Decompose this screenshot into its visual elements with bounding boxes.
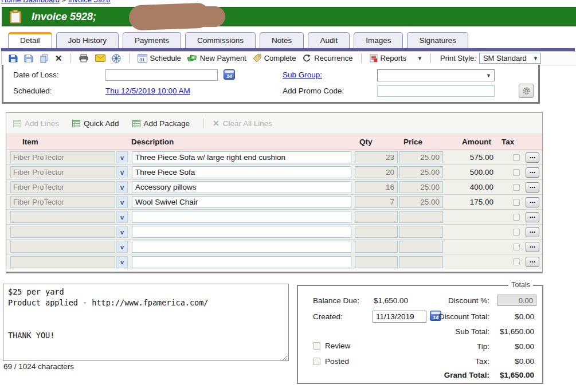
amount-value: 575.00 — [443, 153, 495, 162]
sub-group-select[interactable]: ▼ — [377, 69, 495, 81]
tax-checkbox[interactable] — [513, 244, 520, 250]
line-options-button[interactable]: ... — [526, 197, 539, 207]
tax-checkbox[interactable] — [513, 214, 520, 221]
item-select[interactable] — [10, 166, 115, 178]
price-input[interactable] — [399, 151, 443, 163]
price-input[interactable] — [399, 181, 443, 193]
review-checkbox[interactable] — [313, 342, 320, 350]
item-select[interactable] — [10, 196, 115, 208]
tax-checkbox[interactable] — [513, 169, 520, 176]
calendar-picker-icon[interactable]: 14 — [224, 69, 235, 80]
tab-notes[interactable]: Notes — [260, 32, 304, 48]
description-input[interactable] — [132, 181, 351, 193]
breadcrumb-current-link[interactable]: Invoice 5928 — [68, 0, 111, 4]
item-select[interactable] — [10, 151, 115, 163]
tab-audit[interactable]: Audit — [308, 32, 350, 48]
add-lines-button[interactable]: Add Lines — [13, 119, 59, 128]
discount-pct-label: Discount %: — [448, 296, 489, 305]
item-select[interactable] — [10, 211, 115, 223]
qty-input[interactable] — [355, 151, 398, 163]
description-input[interactable] — [132, 241, 351, 253]
breadcrumb-home-link[interactable]: Home Dashboard — [1, 0, 60, 4]
delete-button[interactable]: ✕ — [55, 54, 62, 62]
clear-all-lines-button[interactable]: ✕ Clear All Lines — [213, 119, 272, 128]
map-target-button[interactable] — [112, 54, 121, 63]
promo-code-input[interactable] — [377, 85, 495, 97]
created-label: Created: — [313, 312, 343, 321]
price-input[interactable] — [399, 256, 443, 268]
description-input[interactable] — [132, 226, 351, 238]
quick-add-button[interactable]: Quick Add — [72, 119, 119, 128]
price-input[interactable] — [399, 226, 443, 238]
tax-checkbox[interactable] — [513, 184, 520, 191]
price-input[interactable] — [399, 241, 443, 253]
recurrence-button[interactable]: Recurrence — [302, 54, 352, 62]
sub-group-link[interactable]: Sub Group: — [283, 70, 322, 79]
price-input[interactable] — [399, 211, 443, 223]
tab-job-history[interactable]: Job History — [56, 32, 119, 48]
chevron-down-icon[interactable]: v — [116, 166, 128, 178]
gear-button[interactable] — [519, 84, 534, 98]
line-options-button[interactable]: ... — [526, 227, 539, 237]
tab-signatures[interactable]: Signatures — [407, 32, 468, 48]
qty-input[interactable] — [355, 166, 398, 178]
scheduled-link[interactable]: Thu 12/5/2019 10:00 AM — [105, 87, 190, 95]
email-button[interactable] — [95, 54, 105, 62]
description-input[interactable] — [132, 166, 351, 178]
qty-input[interactable] — [355, 226, 398, 238]
tax-checkbox[interactable] — [513, 154, 520, 161]
qty-input[interactable] — [355, 256, 398, 268]
tab-images[interactable]: Images — [354, 32, 403, 48]
price-input[interactable] — [399, 196, 443, 208]
chevron-down-icon[interactable]: v — [116, 256, 128, 268]
qty-input[interactable] — [355, 241, 398, 253]
posted-checkbox[interactable] — [313, 358, 320, 365]
save-button[interactable] — [9, 54, 18, 63]
description-input[interactable] — [132, 196, 351, 208]
print-button[interactable] — [79, 54, 89, 62]
item-select[interactable] — [10, 226, 115, 238]
tax-checkbox[interactable] — [513, 258, 520, 265]
tax-checkbox[interactable] — [513, 229, 520, 236]
qty-input[interactable] — [355, 211, 398, 223]
chevron-down-icon[interactable]: v — [116, 196, 128, 208]
reports-button[interactable]: Reports ▼ — [370, 54, 422, 62]
line-options-button[interactable]: ... — [526, 242, 539, 252]
item-select[interactable] — [10, 181, 115, 193]
tab-detail[interactable]: Detail — [8, 32, 52, 48]
schedule-button[interactable]: 31 Schedule — [138, 54, 181, 63]
chevron-down-icon[interactable]: v — [116, 181, 128, 193]
line-options-button[interactable]: ... — [526, 167, 539, 178]
copy-button[interactable] — [40, 54, 49, 63]
line-options-button[interactable]: ... — [526, 182, 539, 193]
qty-input[interactable] — [355, 181, 398, 193]
item-select[interactable] — [10, 256, 115, 268]
discount-pct-input[interactable] — [497, 295, 536, 306]
item-select[interactable] — [10, 241, 115, 253]
breadcrumb-separator: > — [62, 0, 66, 4]
chevron-down-icon[interactable]: v — [116, 241, 128, 253]
chevron-down-icon[interactable]: v — [116, 211, 128, 223]
chevron-down-icon[interactable]: v — [116, 151, 128, 163]
chevron-down-icon[interactable]: v — [116, 226, 128, 238]
line-options-button[interactable]: ... — [526, 152, 539, 163]
line-options-button[interactable]: ... — [526, 257, 539, 267]
qty-input[interactable] — [355, 196, 398, 208]
tax-checkbox[interactable] — [513, 199, 520, 206]
line-options-button[interactable]: ... — [526, 212, 539, 222]
save-and-close-button[interactable] — [24, 54, 33, 63]
invoice-notes-textarea[interactable]: $25 per yard Product applied - http://ww… — [3, 284, 289, 361]
complete-button[interactable]: Complete — [253, 54, 296, 62]
tab-commissions[interactable]: Commissions — [185, 32, 256, 48]
created-date-input[interactable] — [373, 311, 426, 323]
review-row: Review — [313, 342, 350, 350]
new-payment-button[interactable]: New Payment — [187, 54, 246, 62]
description-input[interactable] — [132, 151, 351, 163]
price-input[interactable] — [399, 166, 443, 178]
description-input[interactable] — [132, 256, 351, 268]
description-input[interactable] — [132, 211, 351, 223]
tab-payments[interactable]: Payments — [123, 32, 181, 48]
print-style-select[interactable]: SM Standard ▼ — [479, 53, 541, 64]
date-of-loss-input[interactable] — [105, 69, 218, 81]
add-package-button[interactable]: Add Package — [132, 119, 190, 128]
